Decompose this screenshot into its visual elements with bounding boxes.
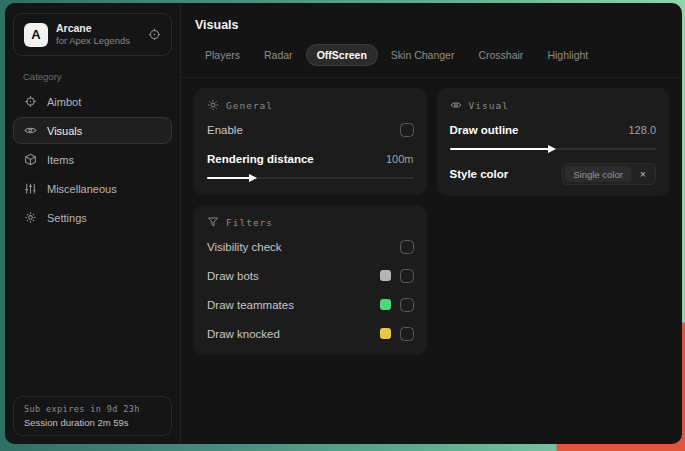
enable-checkbox[interactable]	[400, 123, 414, 137]
app-name: Arcane	[56, 22, 130, 35]
visibility-check-checkbox[interactable]	[400, 240, 414, 254]
style-color-chip[interactable]: Single color	[565, 166, 631, 182]
sidebar-item-visuals[interactable]: Visuals	[13, 117, 172, 144]
general-card: General Enable Rendering distance 100m	[194, 88, 427, 195]
draw-teammates-color-swatch[interactable]	[380, 299, 391, 310]
tab-skin-changer[interactable]: Skin Changer	[381, 45, 465, 65]
sidebar-item-aimbot[interactable]: Aimbot	[13, 88, 172, 115]
sidebar-item-settings[interactable]: Settings	[13, 204, 172, 231]
draw-knocked-color-swatch[interactable]	[380, 328, 391, 339]
brand-card: A Arcane for Apex Legends	[13, 13, 172, 56]
style-color-select[interactable]: Single color ×	[562, 163, 656, 185]
gear-icon	[24, 211, 37, 224]
visibility-check-row: Visibility check	[207, 236, 414, 257]
sidebar-item-items[interactable]: Items	[13, 146, 172, 173]
visual-card-title: Visual	[469, 100, 509, 111]
enable-row: Enable	[207, 119, 414, 140]
subscription-info: Sub expires in 9d 23h Session duration 2…	[13, 396, 172, 436]
sidebar-item-label: Items	[47, 154, 74, 166]
sidebar-item-miscellaneous[interactable]: Miscellaneous	[13, 175, 172, 202]
eye-icon	[450, 99, 462, 111]
sidebar-item-label: Aimbot	[47, 96, 81, 108]
visual-card: Visual Draw outline 128.0 Style color	[437, 88, 670, 196]
tab-bar: Players Radar OffScreen Skin Changer Cro…	[195, 45, 668, 65]
funnel-icon	[207, 216, 219, 228]
draw-knocked-label: Draw knocked	[207, 328, 280, 340]
tab-highlight[interactable]: Highlight	[537, 45, 598, 65]
draw-outline-row: Draw outline 128.0	[450, 119, 657, 140]
target-icon[interactable]	[148, 28, 161, 41]
sub-expires-text: Sub expires in 9d 23h	[24, 404, 161, 414]
sun-icon	[207, 99, 219, 111]
tab-players[interactable]: Players	[195, 45, 250, 65]
right-column: Visual Draw outline 128.0 Style color	[437, 88, 670, 196]
draw-outline-value: 128.0	[628, 124, 656, 136]
style-color-row: Style color Single color ×	[450, 163, 657, 185]
clear-icon[interactable]: ×	[640, 169, 646, 180]
crosshair-icon	[24, 95, 37, 108]
tab-offscreen[interactable]: OffScreen	[307, 45, 377, 65]
general-card-title: General	[226, 100, 273, 111]
slider-thumb[interactable]	[249, 174, 257, 182]
app-logo: A	[24, 23, 48, 47]
app-subtitle: for Apex Legends	[56, 35, 130, 47]
draw-teammates-row: Draw teammates	[207, 294, 414, 315]
filters-card-title: Filters	[226, 217, 273, 228]
draw-bots-checkbox[interactable]	[400, 269, 414, 283]
enable-label: Enable	[207, 124, 243, 136]
style-color-label: Style color	[450, 168, 509, 180]
session-duration-text: Session duration 2m 59s	[24, 417, 161, 428]
draw-bots-color-swatch[interactable]	[380, 270, 391, 281]
rendering-distance-row: Rendering distance 100m	[207, 148, 414, 169]
draw-outline-label: Draw outline	[450, 124, 519, 136]
draw-outline-slider[interactable]	[450, 144, 657, 153]
filters-card: Filters Visibility check Draw bots Draw …	[194, 205, 427, 355]
draw-knocked-checkbox[interactable]	[400, 327, 414, 341]
tab-radar[interactable]: Radar	[254, 45, 303, 65]
sliders-icon	[24, 182, 37, 195]
draw-teammates-label: Draw teammates	[207, 299, 294, 311]
app-window: A Arcane for Apex Legends Category	[5, 3, 682, 444]
draw-bots-row: Draw bots	[207, 265, 414, 286]
rendering-distance-label: Rendering distance	[207, 153, 314, 165]
content-area: General Enable Rendering distance 100m	[181, 78, 682, 365]
page-title: Visuals	[195, 18, 668, 32]
slider-thumb[interactable]	[548, 145, 556, 153]
main-header: Visuals Players Radar OffScreen Skin Cha…	[181, 3, 682, 78]
tab-crosshair[interactable]: Crosshair	[468, 45, 533, 65]
sidebar-nav: Aimbot Visuals Items	[5, 88, 180, 231]
sidebar: A Arcane for Apex Legends Category	[5, 3, 181, 444]
draw-bots-label: Draw bots	[207, 270, 259, 282]
draw-teammates-checkbox[interactable]	[400, 298, 414, 312]
sidebar-item-label: Miscellaneous	[47, 183, 117, 195]
left-column: General Enable Rendering distance 100m	[194, 88, 427, 355]
rendering-distance-value: 100m	[386, 153, 414, 165]
rendering-distance-slider[interactable]	[207, 173, 414, 182]
visibility-check-label: Visibility check	[207, 241, 282, 253]
category-label: Category	[23, 71, 180, 82]
sidebar-item-label: Visuals	[47, 125, 82, 137]
eye-icon	[24, 124, 37, 137]
main-panel: Visuals Players Radar OffScreen Skin Cha…	[181, 3, 682, 444]
package-icon	[24, 153, 37, 166]
sidebar-item-label: Settings	[47, 212, 87, 224]
draw-knocked-row: Draw knocked	[207, 323, 414, 344]
